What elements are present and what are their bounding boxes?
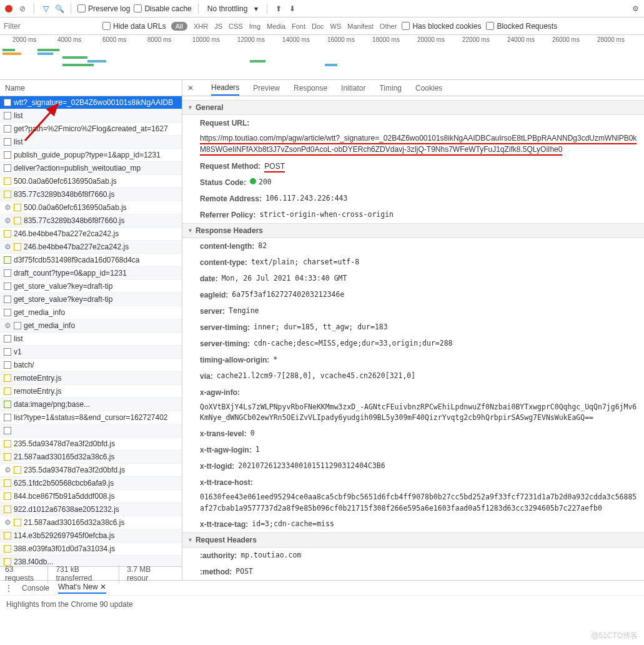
request-row[interactable]: ⚙835.77c3289b348b6f8f7660.js bbox=[0, 214, 182, 228]
blocked-requests-checkbox[interactable]: Blocked Requests bbox=[486, 22, 557, 31]
file-type-icon bbox=[4, 348, 11, 356]
request-row[interactable]: 922.d1012a67638ae2051232.js bbox=[0, 503, 182, 516]
tab-whats-new[interactable]: What's New ✕ bbox=[58, 582, 106, 594]
gear-icon[interactable]: ⚙ bbox=[630, 4, 640, 14]
request-row[interactable]: 500.0a0a60efc6136950a5ab.js bbox=[0, 175, 182, 188]
initiator-gear-icon: ⚙ bbox=[4, 243, 11, 251]
download-icon[interactable]: ⬇ bbox=[287, 4, 297, 14]
initiator-gear-icon: ⚙ bbox=[4, 322, 11, 329]
drawer-tabs: ⋮ Console What's New ✕ bbox=[0, 580, 644, 595]
header-row: Request Method:POST bbox=[182, 158, 644, 174]
file-type-icon bbox=[4, 151, 11, 159]
request-row[interactable]: publish_guide_popup?type=1&app_id=1231 bbox=[0, 149, 182, 162]
request-row[interactable]: data:image/png;base... bbox=[0, 398, 182, 411]
request-row[interactable]: get_media_info bbox=[0, 306, 182, 319]
filter-icon[interactable]: ▽ bbox=[41, 4, 51, 14]
request-row[interactable]: d3f75fcdb531498f9cada16d0768d4ca bbox=[0, 254, 182, 267]
filter-type-font[interactable]: Font bbox=[292, 22, 305, 30]
request-row[interactable]: ⚙246.be4bbe47ba227e2ca242.js bbox=[0, 241, 182, 254]
close-tab-icon[interactable]: ✕ bbox=[100, 582, 106, 591]
filter-type-css[interactable]: CSS bbox=[229, 22, 243, 30]
filter-type-manifest[interactable]: Manifest bbox=[347, 22, 374, 30]
request-name: d3f75fcdb531498f9cada16d0768d4ca bbox=[14, 256, 140, 264]
has-blocked-cookies-checkbox[interactable]: Has blocked cookies bbox=[402, 22, 481, 31]
request-name: 835.77c3289b348b6f8f7660.js bbox=[24, 216, 124, 225]
request-row[interactable]: v1 bbox=[0, 346, 182, 359]
filter-type-other[interactable]: Other bbox=[380, 22, 397, 30]
header-row: eagleid:6a75f3af16272740203212346e bbox=[182, 287, 644, 303]
request-row[interactable]: 21.587aad330165d32a38c6.js bbox=[0, 451, 182, 464]
filter-type-media[interactable]: Media bbox=[267, 22, 285, 30]
disable-cache-checkbox[interactable]: Disable cache bbox=[134, 4, 191, 13]
filter-type-ws[interactable]: WS bbox=[330, 22, 342, 30]
request-row[interactable]: draft_count?type=0&app_id=1231 bbox=[0, 267, 182, 280]
header-value: 200 bbox=[250, 177, 272, 188]
header-value: * bbox=[273, 354, 277, 366]
tab-headers[interactable]: Headers bbox=[211, 81, 239, 96]
section-header[interactable]: General bbox=[182, 100, 644, 115]
request-row[interactable]: 235.5da93478d7ea3f2d0bfd.js bbox=[0, 438, 182, 451]
filter-type-img[interactable]: Img bbox=[249, 22, 260, 30]
request-row[interactable]: 246.be4bbe47ba227e2ca242.js bbox=[0, 228, 182, 241]
drawer-menu-icon[interactable]: ⋮ bbox=[5, 584, 13, 592]
filter-type-all[interactable]: All bbox=[171, 22, 187, 31]
header-row: server:Tengine bbox=[182, 303, 644, 319]
request-row[interactable]: list bbox=[0, 332, 182, 346]
timeline-tick: 20000 ms bbox=[417, 36, 445, 43]
header-key: Referrer Policy: bbox=[200, 209, 255, 221]
throttling-select[interactable]: No throttling ▾ bbox=[205, 3, 260, 14]
file-type-icon bbox=[4, 440, 11, 448]
file-type-icon bbox=[4, 453, 11, 461]
tab-timing[interactable]: Timing bbox=[379, 81, 402, 95]
header-value: 1 bbox=[255, 444, 260, 456]
tab-initiator[interactable]: Initiator bbox=[341, 81, 365, 95]
request-row[interactable]: remoteEntry.js bbox=[0, 385, 182, 398]
request-row[interactable]: ⚙get_media_info bbox=[0, 319, 182, 332]
clear-icon[interactable]: ⊘ bbox=[17, 4, 27, 14]
request-row[interactable]: get_store_value?key=draft-tip bbox=[0, 280, 182, 293]
request-row[interactable] bbox=[0, 424, 182, 438]
header-row: x-trans-level:0 bbox=[182, 426, 644, 442]
name-column-header[interactable]: Name bbox=[0, 80, 182, 96]
tab-cookies[interactable]: Cookies bbox=[415, 81, 442, 95]
request-row[interactable]: 625.1fdc2b50568cbcb6afa9.js bbox=[0, 477, 182, 490]
request-row[interactable]: batch/ bbox=[0, 359, 182, 372]
section-header[interactable]: Response Headers bbox=[182, 223, 644, 238]
header-key: :authority: bbox=[200, 550, 237, 561]
request-row[interactable]: 835.77c3289b348b6f8f7660.js bbox=[0, 188, 182, 201]
filter-type-js[interactable]: JS bbox=[214, 22, 222, 30]
request-row[interactable]: 388.e039fa3f01d0d7a31034.js bbox=[0, 542, 182, 556]
request-row[interactable]: ⚙500.0a0a60efc6136950a5ab.js bbox=[0, 201, 182, 214]
filter-input[interactable] bbox=[4, 22, 97, 31]
upload-icon[interactable]: ⬆ bbox=[274, 4, 284, 14]
request-row[interactable]: ⚙235.5da93478d7ea3f2d0bfd.js bbox=[0, 464, 182, 477]
hide-data-urls-checkbox[interactable]: Hide data URLs bbox=[102, 22, 166, 31]
timeline-tick: 24000 ms bbox=[507, 36, 535, 43]
tab-preview[interactable]: Preview bbox=[253, 81, 280, 95]
header-key: Request URL: bbox=[200, 118, 249, 129]
request-row[interactable]: list?type=1&status=8&end_cursor=16272740… bbox=[0, 411, 182, 424]
request-row[interactable]: ⚙21.587aad330165d32a38c6.js bbox=[0, 516, 182, 529]
request-name: remoteEntry.js bbox=[14, 374, 61, 382]
file-type-icon bbox=[14, 243, 21, 251]
tab-console[interactable]: Console bbox=[22, 584, 49, 592]
search-icon[interactable]: 🔍 bbox=[54, 4, 64, 14]
request-row[interactable]: 844.bce867f5b91a5dddf008.js bbox=[0, 490, 182, 503]
filter-type-xhr[interactable]: XHR bbox=[194, 22, 208, 30]
request-row[interactable]: 114.e3b5292697945f0efcba.js bbox=[0, 529, 182, 542]
header-row: :authority:mp.toutiao.com bbox=[182, 548, 644, 564]
request-row[interactable]: deliver?action=publish_weitoutiao_mp bbox=[0, 162, 182, 175]
annotation-arrow-icon bbox=[19, 97, 69, 147]
tab-response[interactable]: Response bbox=[294, 81, 327, 95]
record-icon[interactable] bbox=[4, 4, 14, 14]
timeline-overview[interactable]: 2000 ms4000 ms6000 ms8000 ms10000 ms1200… bbox=[0, 35, 644, 80]
header-row: x-tt-trace-host:01630fee43e061eed95294ce… bbox=[182, 474, 644, 516]
preserve-log-checkbox[interactable]: Preserve log bbox=[77, 4, 130, 13]
close-icon[interactable]: ✕ bbox=[187, 84, 194, 92]
request-row[interactable]: get_store_value?key=draft-tip bbox=[0, 293, 182, 306]
request-row[interactable]: remoteEntry.js bbox=[0, 372, 182, 385]
request-name: deliver?action=publish_weitoutiao_mp bbox=[14, 164, 141, 172]
filter-type-doc[interactable]: Doc bbox=[312, 22, 324, 30]
section-header[interactable]: Request Headers bbox=[182, 532, 644, 548]
file-type-icon bbox=[4, 230, 11, 238]
